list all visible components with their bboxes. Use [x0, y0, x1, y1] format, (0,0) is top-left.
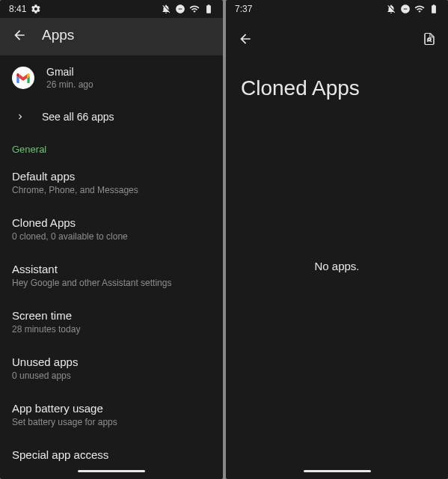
setting-title: App battery usage — [12, 402, 211, 415]
setting-sub: 28 minutes today — [12, 324, 211, 335]
setting-item[interactable]: Screen time28 minutes today — [0, 299, 223, 345]
gmail-icon — [12, 67, 34, 89]
see-all-label: See all 66 apps — [42, 111, 114, 123]
setting-sub: 0 unused apps — [12, 370, 211, 381]
status-time: 8:41 — [9, 4, 26, 14]
phone-right-screen: 7:37 Cloned Apps No apps. — [226, 0, 448, 479]
setting-item[interactable]: Default appsChrome, Phone, and Messages — [0, 159, 223, 206]
section-general: General — [0, 133, 223, 159]
setting-title: Unused apps — [12, 356, 211, 368]
wifi-icon — [414, 4, 425, 14]
battery-icon — [429, 4, 439, 14]
setting-item[interactable]: App battery usageSet battery usage for a… — [0, 391, 223, 438]
svg-line-1 — [430, 40, 432, 42]
status-bar-right: 7:37 — [226, 0, 448, 18]
recent-app-row[interactable]: Gmail 26 min. ago — [0, 55, 223, 100]
chevron-right-icon — [15, 112, 25, 122]
cloned-apps-title: Cloned Apps — [226, 54, 448, 114]
setting-title: Cloned Apps — [12, 216, 211, 229]
status-bar-left: 8:41 — [0, 0, 223, 18]
setting-title: Default apps — [12, 170, 211, 183]
see-all-apps[interactable]: See all 66 apps — [0, 100, 223, 133]
battery-icon — [203, 4, 214, 14]
setting-title: Special app access — [12, 448, 211, 461]
setting-sub: 0 cloned, 0 available to clone — [12, 231, 211, 242]
setting-item[interactable]: Special app access2 apps can use unrestr… — [0, 438, 223, 463]
setting-sub: Hey Google and other Assistant settings — [12, 278, 211, 288]
recent-app-time: 26 min. ago — [46, 79, 93, 90]
notification-off-icon — [386, 4, 396, 14]
notification-off-icon — [161, 4, 171, 14]
setting-sub: Chrome, Phone, and Messages — [12, 185, 211, 195]
setting-title: Screen time — [12, 309, 211, 322]
page-title: Apps — [42, 27, 74, 43]
back-icon[interactable] — [238, 31, 253, 46]
setting-item[interactable]: Unused apps0 unused apps — [0, 345, 223, 391]
setting-item[interactable]: AssistantHey Google and other Assistant … — [0, 252, 223, 299]
settings-list: Default appsChrome, Phone, and MessagesC… — [0, 159, 223, 463]
status-time: 7:37 — [235, 4, 252, 14]
setting-title: Assistant — [12, 263, 211, 275]
settings-gear-icon — [31, 4, 41, 14]
setting-sub: Set battery usage for apps — [12, 417, 211, 427]
cloned-apps-header — [226, 18, 448, 54]
nav-handle-left[interactable] — [0, 463, 223, 479]
apps-content: Gmail 26 min. ago See all 66 apps Genera… — [0, 55, 223, 463]
dnd-icon — [400, 4, 411, 14]
apps-header: Apps — [0, 18, 223, 55]
setting-item[interactable]: Cloned Apps0 cloned, 0 available to clon… — [0, 206, 223, 252]
nav-handle-right[interactable] — [226, 463, 448, 479]
phone-left-screen: 8:41 Apps — [0, 0, 223, 479]
wifi-icon — [189, 4, 200, 14]
search-in-page-icon[interactable] — [423, 32, 436, 46]
back-icon[interactable] — [12, 28, 27, 43]
empty-text: No apps. — [314, 260, 359, 272]
recent-app-name: Gmail — [46, 66, 93, 78]
dnd-icon — [175, 4, 185, 14]
empty-state: No apps. — [226, 114, 448, 463]
